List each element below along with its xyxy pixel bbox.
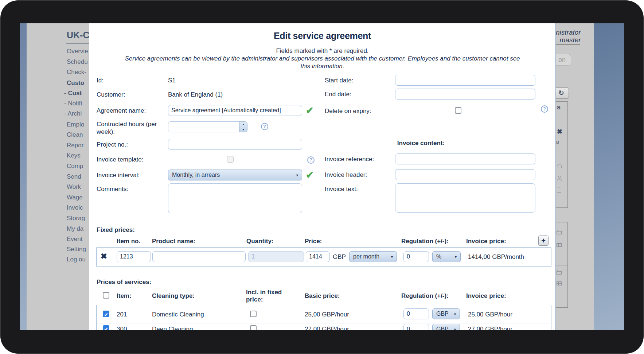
contracted-hours-input[interactable] <box>168 121 239 132</box>
col-item-no: Item no. <box>117 238 140 245</box>
project-no-input[interactable] <box>168 139 302 150</box>
chevron-down-icon: ▼ <box>453 324 457 330</box>
currency-label: GBP <box>333 253 346 261</box>
invoice-interval-select[interactable]: Monthly, in arrears ▼ <box>168 170 302 180</box>
col-regulation: Regulation (+/-): <box>401 292 449 300</box>
sidebar-item-check[interactable]: Check- <box>67 69 86 76</box>
delete-row-icon[interactable]: ✖ <box>101 252 107 261</box>
box-icon <box>557 271 562 275</box>
invoice-template-label: Invoice template: <box>97 156 144 163</box>
service-selected-checkbox[interactable]: ✔ <box>103 325 109 330</box>
sidebar-item-settings[interactable]: Setting <box>67 246 86 253</box>
chevron-down-icon: ▼ <box>454 252 457 262</box>
stepper-up-icon[interactable]: ▲ <box>239 122 247 127</box>
period-select[interactable]: per month ▼ <box>349 251 397 262</box>
invoice-reference-label: Invoice reference: <box>325 156 374 163</box>
help-icon[interactable]: ? <box>261 123 268 130</box>
sidebar-item-reports[interactable]: Repor <box>67 142 83 149</box>
end-date-input[interactable] <box>395 89 535 100</box>
help-icon[interactable]: ? <box>541 105 548 113</box>
unit-value: GBP <box>436 311 449 317</box>
sidebar-item-keys[interactable]: Keys <box>67 152 81 159</box>
refresh-button[interactable]: ↻ <box>554 87 569 99</box>
bell-icon <box>557 164 562 168</box>
service-selected-checkbox[interactable]: ✔ <box>103 311 109 317</box>
service-regulation-input[interactable] <box>403 308 429 319</box>
invoice-header-label: Invoice header: <box>325 171 367 179</box>
edit-service-agreement-dialog: Edit service agreement Fields marked wit… <box>89 23 556 330</box>
invoice-header-input[interactable] <box>395 169 535 180</box>
id-label: Id: <box>97 77 104 84</box>
col-price: Price: <box>305 238 322 245</box>
required-note: Fields marked with * are required. <box>89 47 555 55</box>
invoice-interval-value: Monthly, in arrears <box>172 172 220 178</box>
sidebar-item-customer[interactable]: - Cust <box>64 90 82 97</box>
unit-value: GBP <box>436 326 449 330</box>
sidebar-item-company[interactable]: Comp <box>67 163 83 170</box>
comments-textarea[interactable] <box>168 183 302 213</box>
valid-check-icon: ✔ <box>306 105 314 116</box>
scrollbar-track[interactable] <box>573 101 573 330</box>
sidebar-item-event[interactable]: Event <box>67 236 82 243</box>
add-fixed-price-button[interactable]: + <box>538 236 549 246</box>
service-unit-select[interactable]: GBP ▼ <box>432 324 460 330</box>
sidebar-item-archive[interactable]: - Archi <box>64 110 82 117</box>
col-regulation: Regulation (+/-): <box>401 238 449 245</box>
sidebar-item-schedule[interactable]: Schedu <box>67 58 88 66</box>
service-type: Deep Cleaning <box>152 326 193 330</box>
regulation-unit-select[interactable]: % ▼ <box>432 251 461 262</box>
service-invoice-price: 25,00 GBP/hour <box>468 311 512 318</box>
device-frame: UK-C Overvie Schedu Check- Custo - Cust … <box>0 0 644 354</box>
service-regulation-input[interactable] <box>403 324 429 330</box>
agreement-name-label: Agreement name: <box>97 107 146 114</box>
sidebar-item-storage[interactable]: Storag <box>67 215 85 222</box>
incl-in-fixed-checkbox[interactable] <box>250 325 257 330</box>
user-underline <box>556 44 580 44</box>
col-invoice-price: Invoice price: <box>466 238 506 245</box>
fixed-quantity-input <box>248 251 304 262</box>
delete-on-expiry-checkbox[interactable] <box>455 107 461 114</box>
service-basic-price: 27,00 GBP/hour <box>305 326 349 330</box>
sidebar-item-overview[interactable]: Overvie <box>67 48 88 55</box>
hours-stepper[interactable]: ▲ ▼ <box>239 121 247 132</box>
incl-in-fixed-checkbox[interactable] <box>250 311 257 317</box>
sidebar-item-invoices[interactable]: Invoic <box>67 204 83 211</box>
invoice-reference-input[interactable] <box>395 153 535 164</box>
sidebar-item-wages[interactable]: Wage <box>67 194 83 201</box>
service-item-no: 201 <box>117 311 127 318</box>
sidebar-item-my-data[interactable]: My da <box>67 225 83 233</box>
invoice-template-checkbox[interactable] <box>227 156 234 163</box>
sidebar-border <box>87 23 87 330</box>
col-quantity: Quantity: <box>246 238 274 245</box>
service-unit-select[interactable]: GBP ▼ <box>432 308 460 319</box>
fixed-item-no-input[interactable] <box>117 251 151 262</box>
service-item-no: 300 <box>117 326 127 330</box>
sidebar-item-work[interactable]: Work <box>67 183 81 191</box>
fixed-invoice-price-value: 1414,00 GBP/month <box>468 253 524 261</box>
sidebar-item-customers[interactable]: Custo <box>67 79 84 87</box>
sidebar-item-send[interactable]: Send <box>67 173 81 180</box>
row-separator <box>97 323 550 323</box>
calculator-icon <box>557 281 562 285</box>
invoice-text-textarea[interactable] <box>395 183 535 213</box>
start-date-input[interactable] <box>395 75 535 86</box>
sidebar-item-cleaning[interactable]: Clean <box>67 131 83 139</box>
check-icon: ✔ <box>104 312 108 318</box>
fixed-regulation-input[interactable] <box>403 251 429 262</box>
fixed-product-name-input[interactable] <box>152 251 246 262</box>
refresh-icon: ↻ <box>558 89 564 97</box>
stepper-down-icon[interactable]: ▼ <box>239 127 247 132</box>
start-date-label: Start date: <box>325 77 353 84</box>
sidebar-item-logout[interactable]: Log ou <box>67 256 86 263</box>
sidebar-item-employees[interactable]: Emplo <box>67 121 84 128</box>
app-screen: UK-C Overvie Schedu Check- Custo - Cust … <box>20 23 624 330</box>
calculator-icon <box>557 243 562 247</box>
col-basic-price: Basic price: <box>305 292 340 300</box>
col-product-name: Product name: <box>152 238 195 245</box>
select-all-checkbox[interactable] <box>103 292 109 299</box>
sidebar-item-notifications[interactable]: - Notifi <box>64 100 82 107</box>
help-icon[interactable]: ? <box>307 156 315 164</box>
fixed-price-input[interactable] <box>306 251 330 262</box>
col-cleaning-type: Cleaning type: <box>152 292 195 300</box>
agreement-name-input[interactable] <box>168 105 302 116</box>
